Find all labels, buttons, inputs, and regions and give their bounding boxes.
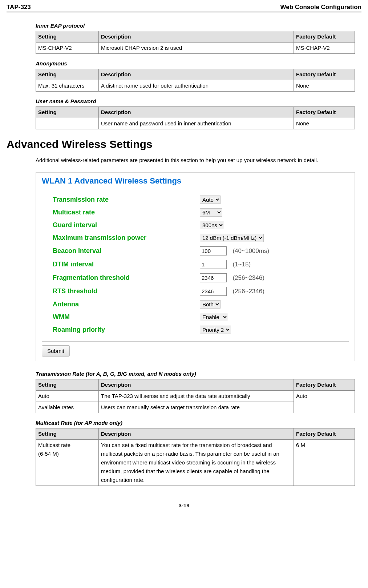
row-dtim-interval: DTIM interval (1~15) (42, 260, 349, 269)
table-row: Max. 31 characters A distinct name used … (36, 80, 355, 92)
th-description: Description (99, 31, 294, 43)
input-dtim-interval[interactable] (200, 260, 227, 269)
userpw-title: User name & Password (36, 98, 355, 104)
th-description: Description (99, 379, 294, 391)
table-row: Auto The TAP-323 will sense and adjust t… (36, 391, 355, 402)
row-beacon-interval: Beacon interval (40~1000ms) (42, 246, 349, 255)
label-antenna: Antenna (42, 301, 200, 308)
label-multicast-rate: Multicast rate (42, 209, 200, 216)
cell-setting: Multicast rate (6-54 M) (36, 440, 99, 486)
txrate-title: Transmission Rate (for A, B, G, B/G mixe… (36, 371, 355, 377)
th-setting: Setting (36, 31, 99, 43)
th-default: Factory Default (294, 31, 355, 43)
intro-paragraph: Additional wireless-related parameters a… (36, 155, 355, 166)
cell-default: Auto (294, 391, 355, 413)
label-guard-interval: Guard interval (42, 221, 200, 229)
row-multicast-rate: Multicast rate 6M (42, 208, 349, 217)
header-right: Web Console Configuration (280, 4, 361, 11)
row-frag-threshold: Fragmentation threshold (256~2346) (42, 273, 349, 282)
label-roaming-priority: Roaming priority (42, 326, 200, 334)
select-guard-interval[interactable]: 800ns (200, 221, 224, 229)
row-transmission-rate: Transmission rate Auto (42, 196, 349, 204)
separator (42, 341, 349, 342)
page: TAP-323 Web Console Configuration Inner … (0, 0, 368, 514)
row-max-tx-power: Maximum transmission power 12 dBm (-1 dB… (42, 234, 349, 242)
cell-description: You can set a fixed multicast rate for t… (99, 440, 294, 486)
anonymous-table: Setting Description Factory Default Max.… (36, 69, 355, 92)
th-setting: Setting (36, 69, 99, 80)
anonymous-title: Anonymous (36, 60, 355, 67)
hint-beacon: (40~1000ms) (232, 247, 269, 254)
hint-rts: (256~2346) (232, 288, 264, 295)
input-beacon-interval[interactable] (200, 246, 227, 255)
label-rts-threshold: RTS threshold (42, 287, 200, 295)
row-rts-threshold: RTS threshold (256~2346) (42, 287, 349, 296)
th-setting: Setting (36, 379, 99, 391)
wlan-settings-panel: WLAN 1 Advanced Wireless Settings Transm… (36, 172, 355, 361)
cell-default: None (294, 80, 355, 92)
page-number: 3-19 (0, 502, 368, 508)
cell-default: None (294, 118, 355, 129)
header-left: TAP-323 (7, 4, 31, 11)
cell-default: 6 M (294, 440, 355, 486)
th-default: Factory Default (294, 379, 355, 391)
th-default: Factory Default (294, 428, 355, 440)
input-rts-threshold[interactable] (200, 287, 227, 296)
cell-setting: Auto (36, 391, 99, 402)
th-setting: Setting (36, 107, 99, 118)
page-title: Advanced Wireless Settings (7, 138, 361, 150)
wlan-title: WLAN 1 Advanced Wireless Settings (42, 176, 349, 188)
select-multicast-rate[interactable]: 6M (200, 208, 222, 217)
cell-description: Users can manually select a target trans… (99, 402, 294, 413)
row-antenna: Antenna Both (42, 300, 349, 309)
th-default: Factory Default (294, 69, 355, 80)
cell-description: User name and password used in inner aut… (99, 118, 294, 129)
th-default: Factory Default (294, 107, 355, 118)
page-header: TAP-323 Web Console Configuration (7, 4, 361, 12)
cell-setting: MS-CHAP-V2 (36, 43, 99, 54)
cell-setting: Max. 31 characters (36, 80, 99, 92)
table-row: Multicast rate (6-54 M) You can set a fi… (36, 440, 355, 486)
row-guard-interval: Guard interval 800ns (42, 221, 349, 229)
cell-description: Microsoft CHAP version 2 is used (99, 43, 294, 54)
label-transmission-rate: Transmission rate (42, 196, 200, 204)
inner-eap-title: Inner EAP protocol (36, 23, 355, 29)
cell-description: A distinct name used for outer authentic… (99, 80, 294, 92)
label-max-tx-power: Maximum transmission power (42, 234, 200, 242)
cell-setting (36, 118, 99, 129)
row-roaming-priority: Roaming priority Priority 2 (42, 326, 349, 334)
label-frag-threshold: Fragmentation threshold (42, 274, 200, 282)
row-wmm: WMM Enable (42, 313, 349, 321)
txrate-table: Setting Description Factory Default Auto… (36, 379, 355, 413)
submit-button[interactable]: Submit (42, 345, 70, 357)
select-transmission-rate[interactable]: Auto (200, 196, 221, 204)
th-description: Description (99, 428, 294, 440)
label-wmm: WMM (42, 313, 200, 321)
inner-eap-table: Setting Description Factory Default MS-C… (36, 31, 355, 54)
label-beacon-interval: Beacon interval (42, 247, 200, 255)
label-dtim-interval: DTIM interval (42, 261, 200, 268)
mcrate-table: Setting Description Factory Default Mult… (36, 428, 355, 486)
cell-default: MS-CHAP-V2 (294, 43, 355, 54)
th-setting: Setting (36, 428, 99, 440)
th-description: Description (99, 107, 294, 118)
input-frag-threshold[interactable] (200, 273, 227, 282)
cell-description: The TAP-323 will sense and adjust the da… (99, 391, 294, 402)
table-row: User name and password used in inner aut… (36, 118, 355, 129)
th-description: Description (99, 69, 294, 80)
hint-frag: (256~2346) (232, 274, 264, 281)
select-roaming-priority[interactable]: Priority 2 (200, 326, 231, 334)
hint-dtim: (1~15) (232, 261, 251, 268)
mcrate-title: Multicast Rate (for AP mode only) (36, 420, 355, 426)
select-wmm[interactable]: Enable (200, 313, 228, 321)
table-row: MS-CHAP-V2 Microsoft CHAP version 2 is u… (36, 43, 355, 54)
select-antenna[interactable]: Both (200, 300, 221, 309)
userpw-table: Setting Description Factory Default User… (36, 106, 355, 129)
cell-setting: Available rates (36, 402, 99, 413)
select-max-tx-power[interactable]: 12 dBm (-1 dBm/MHz) (200, 234, 264, 242)
